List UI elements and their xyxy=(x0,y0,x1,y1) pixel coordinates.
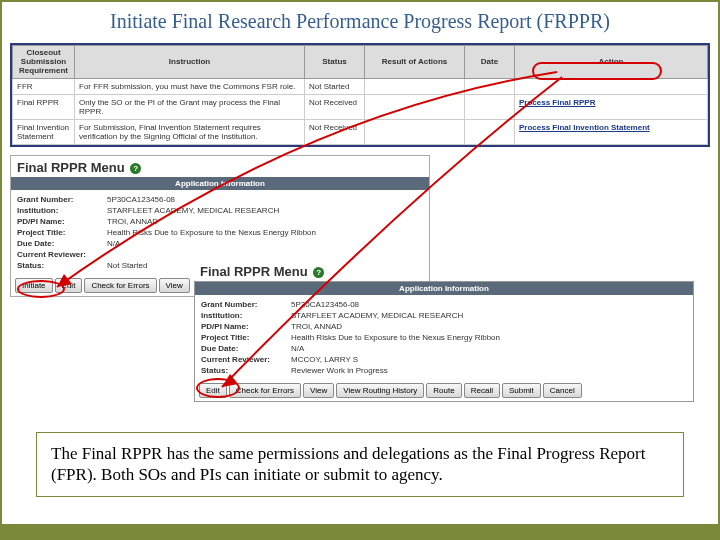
info-value: Health Risks Due to Exposure to the Nexu… xyxy=(291,333,687,342)
panel-title: Final RPPR Menu ? xyxy=(11,156,429,177)
panel-title: Final RPPR Menu ? xyxy=(194,262,694,281)
view-button[interactable]: View xyxy=(159,278,190,293)
page-title: Initiate Final Research Performance Prog… xyxy=(2,2,718,39)
info-value: STARFLEET ACADEMY, MEDICAL RESEARCH xyxy=(107,206,423,215)
help-icon[interactable]: ? xyxy=(313,267,324,278)
info-label: Grant Number: xyxy=(201,300,291,309)
info-value xyxy=(107,250,423,259)
closeout-table: Closeout Submission Requirement Instruct… xyxy=(10,43,710,147)
info-value: N/A xyxy=(107,239,423,248)
info-value: Health Risks Due to Exposure to the Nexu… xyxy=(107,228,423,237)
info-label: Current Reviewer: xyxy=(201,355,291,364)
submit-button[interactable]: Submit xyxy=(502,383,541,398)
view-button[interactable]: View xyxy=(303,383,334,398)
info-row: Institution:STARFLEET ACADEMY, MEDICAL R… xyxy=(201,310,687,321)
process-final-rppr-link[interactable]: Process Final RPPR xyxy=(519,98,595,107)
info-label: Status: xyxy=(17,261,107,270)
route-button[interactable]: Route xyxy=(426,383,461,398)
table-row: Final Invention Statement For Submission… xyxy=(13,120,708,145)
info-label: Current Reviewer: xyxy=(17,250,107,259)
col-requirement: Closeout Submission Requirement xyxy=(13,46,75,79)
info-value: 5P30CA123456-08 xyxy=(107,195,423,204)
recall-button[interactable]: Recall xyxy=(464,383,500,398)
check-for-errors-button[interactable]: Check for Errors xyxy=(229,383,301,398)
info-value: STARFLEET ACADEMY, MEDICAL RESEARCH xyxy=(291,311,687,320)
col-action: Action xyxy=(515,46,708,79)
info-label: Status: xyxy=(201,366,291,375)
info-row: Grant Number:5P30CA123456-08 xyxy=(17,194,423,205)
info-label: Institution: xyxy=(201,311,291,320)
initiate-button[interactable]: Initiate xyxy=(15,278,53,293)
info-label: Due Date: xyxy=(201,344,291,353)
process-final-invention-link[interactable]: Process Final Invention Statement xyxy=(519,123,650,132)
info-value: MCCOY, LARRY S xyxy=(291,355,687,364)
col-status: Status xyxy=(305,46,365,79)
info-row: Grant Number:5P30CA123456-08 xyxy=(201,299,687,310)
edit-button[interactable]: Edit xyxy=(55,278,83,293)
button-row: EditCheck for ErrorsViewView Routing His… xyxy=(195,380,693,401)
col-result: Result of Actions xyxy=(365,46,465,79)
info-value: TROI, ANNAD xyxy=(291,322,687,331)
info-label: Grant Number: xyxy=(17,195,107,204)
final-rppr-panel-2: Final RPPR Menu ? Application Informatio… xyxy=(194,262,694,402)
info-row: PD/PI Name:TROI, ANNAD xyxy=(17,216,423,227)
col-instruction: Instruction xyxy=(75,46,305,79)
col-date: Date xyxy=(465,46,515,79)
check-for-errors-button[interactable]: Check for Errors xyxy=(84,278,156,293)
info-label: Project Title: xyxy=(17,228,107,237)
table-header-row: Closeout Submission Requirement Instruct… xyxy=(13,46,708,79)
info-row: Project Title:Health Risks Due to Exposu… xyxy=(201,332,687,343)
help-icon[interactable]: ? xyxy=(130,163,141,174)
info-grid: Grant Number:5P30CA123456-08Institution:… xyxy=(195,295,693,380)
table-row: FFR For FFR submission, you must have th… xyxy=(13,79,708,95)
info-label: Due Date: xyxy=(17,239,107,248)
info-row: Due Date:N/A xyxy=(17,238,423,249)
info-label: PD/PI Name: xyxy=(17,217,107,226)
info-row: Due Date:N/A xyxy=(201,343,687,354)
info-label: Project Title: xyxy=(201,333,291,342)
info-row: Current Reviewer: xyxy=(17,249,423,260)
info-row: Institution:STARFLEET ACADEMY, MEDICAL R… xyxy=(17,205,423,216)
bottom-accent-bar xyxy=(2,524,718,538)
info-value: TROI, ANNAD xyxy=(107,217,423,226)
info-row: Current Reviewer:MCCOY, LARRY S xyxy=(201,354,687,365)
info-label: Institution: xyxy=(17,206,107,215)
view-routing-history-button[interactable]: View Routing History xyxy=(336,383,424,398)
edit-button[interactable]: Edit xyxy=(199,383,227,398)
info-value: 5P30CA123456-08 xyxy=(291,300,687,309)
cancel-button[interactable]: Cancel xyxy=(543,383,582,398)
info-row: PD/PI Name:TROI, ANNAD xyxy=(201,321,687,332)
info-row: Status:Reviewer Work in Progress xyxy=(201,365,687,376)
table-row: Final RPPR Only the SO or the PI of the … xyxy=(13,95,708,120)
info-row: Project Title:Health Risks Due to Exposu… xyxy=(17,227,423,238)
info-label: PD/PI Name: xyxy=(201,322,291,331)
info-value: N/A xyxy=(291,344,687,353)
info-value: Reviewer Work in Progress xyxy=(291,366,687,375)
app-info-bar: Application Information xyxy=(195,282,693,295)
app-info-bar: Application Information xyxy=(11,177,429,190)
callout-text: The Final RPPR has the same permissions … xyxy=(36,432,684,497)
